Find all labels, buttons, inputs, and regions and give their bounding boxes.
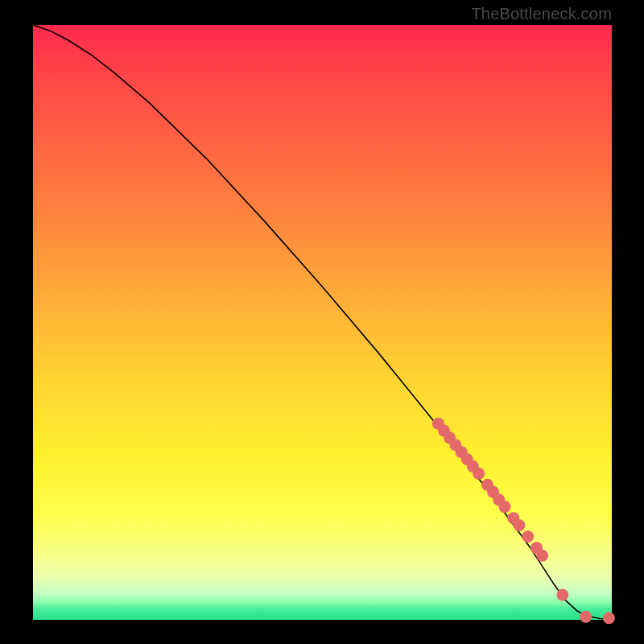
data-point (580, 611, 592, 623)
marker-layer (432, 418, 615, 625)
data-point (513, 519, 525, 531)
curve-line (33, 25, 612, 619)
data-point (473, 468, 485, 480)
attribution-label: TheBottleneck.com (471, 5, 612, 23)
chart-frame: TheBottleneck.com (0, 0, 644, 644)
plot-area (33, 25, 612, 620)
data-point (522, 530, 534, 543)
chart-svg (33, 25, 612, 620)
data-point (603, 612, 615, 624)
data-point (536, 550, 548, 562)
data-point (556, 588, 568, 601)
data-point (498, 501, 510, 513)
